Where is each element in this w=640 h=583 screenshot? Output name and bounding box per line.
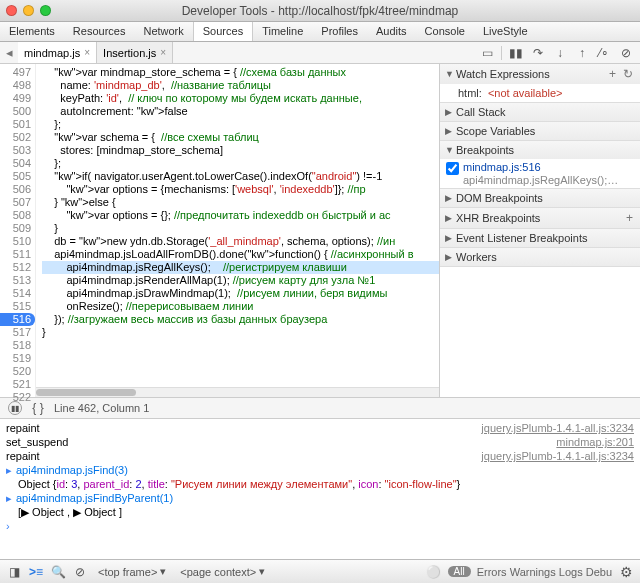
console[interactable]: repaintjquery.jsPlumb-1.4.1-all.js:3234s… (0, 419, 640, 559)
console-toggle-icon[interactable]: >≡ (28, 564, 44, 580)
dom-breakpoints-header[interactable]: ▶DOM Breakpoints (440, 189, 640, 207)
disclosure-triangle-icon: ▼ (445, 69, 453, 79)
close-icon[interactable]: × (84, 47, 90, 58)
filter-warnings[interactable]: Warnings (510, 566, 559, 578)
search-icon[interactable]: 🔍 (50, 564, 66, 580)
line-gutter[interactable]: 4974984995005015025035045055065075085095… (0, 64, 36, 397)
event-listener-bp-header[interactable]: ▶Event Listener Breakpoints (440, 229, 640, 247)
minimize-icon[interactable] (23, 5, 34, 16)
call-stack-header[interactable]: ▶Call Stack (440, 103, 640, 121)
panel-tab-timeline[interactable]: Timeline (253, 22, 312, 41)
source-link[interactable]: jquery.jsPlumb-1.4.1-all.js:3234 (481, 449, 634, 463)
filter-all[interactable]: All (448, 566, 471, 577)
main-area: 4974984995005015025035045055065075085095… (0, 64, 640, 397)
maximize-icon[interactable] (40, 5, 51, 16)
filter-icon[interactable]: ⚪ (426, 564, 442, 580)
chevron-down-icon: ▾ (259, 565, 265, 578)
code-editor[interactable]: 4974984995005015025035045055065075085095… (0, 64, 440, 397)
watch-item[interactable]: html: <not available> (440, 84, 640, 102)
pause-exceptions-icon[interactable]: ⊘ (618, 45, 634, 61)
dock-icon[interactable]: ◨ (6, 564, 22, 580)
filter-errors[interactable]: Errors (477, 566, 510, 578)
window-title: Developer Tools - http://localhost/fpk/4… (0, 4, 640, 18)
file-tab-row: ◂ mindmap.js×Insertion.js× ▭ ▮▮ ↷ ↓ ↑ ⁄∘… (0, 42, 640, 64)
add-icon[interactable]: + (607, 67, 618, 81)
bottom-toolbar: ◨ >≡ 🔍 ⊘ <top frame> ▾ <page context> ▾ … (0, 559, 640, 583)
context-selector[interactable]: <page context> ▾ (176, 564, 269, 579)
pause-icon[interactable]: ▮▮ (508, 45, 524, 61)
step-into-icon[interactable]: ↓ (552, 45, 568, 61)
watch-expressions-header[interactable]: ▼ Watch Expressions + ↻ (440, 64, 640, 84)
titlebar: Developer Tools - http://localhost/fpk/4… (0, 0, 640, 22)
source-link[interactable]: mindmap.js:201 (556, 435, 634, 449)
clear-icon[interactable]: ⊘ (72, 564, 88, 580)
horizontal-scrollbar[interactable] (36, 387, 439, 397)
xhr-breakpoints-header[interactable]: ▶XHR Breakpoints+ (440, 208, 640, 228)
panel-tab-audits[interactable]: Audits (367, 22, 416, 41)
add-icon[interactable]: + (624, 211, 635, 225)
debugger-sidebar: ▼ Watch Expressions + ↻ html: <not avail… (440, 64, 640, 397)
panel-tab-network[interactable]: Network (134, 22, 192, 41)
step-out-icon[interactable]: ↑ (574, 45, 590, 61)
filter-debu[interactable]: Debu (586, 566, 612, 578)
cursor-position: Line 462, Column 1 (54, 402, 149, 414)
panel-tab-resources[interactable]: Resources (64, 22, 135, 41)
close-icon[interactable]: × (160, 47, 166, 58)
breakpoints-header[interactable]: ▼Breakpoints (440, 141, 640, 159)
filter-logs[interactable]: Logs (559, 566, 586, 578)
gear-icon[interactable]: ⚙ (618, 564, 634, 580)
breakpoint-item[interactable]: mindmap.js:516 api4mindmap.jsRegAllKeys(… (440, 159, 640, 188)
code-content[interactable]: "kw">var mindmap_store_schema = { //схем… (36, 64, 439, 397)
frame-selector[interactable]: <top frame> ▾ (94, 564, 170, 579)
status-strip: ▮▮ { } Line 462, Column 1 (0, 397, 640, 419)
braces-icon[interactable]: { } (30, 400, 46, 416)
file-tab[interactable]: Insertion.js× (97, 42, 173, 63)
panel-tab-livestyle[interactable]: LiveStyle (474, 22, 537, 41)
file-tab[interactable]: mindmap.js× (18, 42, 97, 63)
panel-tab-profiles[interactable]: Profiles (312, 22, 367, 41)
panel-tabs: ElementsResourcesNetworkSourcesTimelineP… (0, 22, 640, 42)
workers-header[interactable]: ▶Workers (440, 248, 640, 266)
chevron-down-icon: ▾ (160, 565, 166, 578)
file-tabs: mindmap.js×Insertion.js× (18, 42, 473, 63)
source-link[interactable]: jquery.jsPlumb-1.4.1-all.js:3234 (481, 421, 634, 435)
panel-tab-elements[interactable]: Elements (0, 22, 64, 41)
close-icon[interactable] (6, 5, 17, 16)
panel-tab-console[interactable]: Console (416, 22, 474, 41)
breakpoint-checkbox[interactable] (446, 162, 459, 175)
deactivate-bp-icon[interactable]: ⁄∘ (596, 45, 612, 61)
nav-back-icon[interactable]: ◂ (0, 45, 18, 60)
format-icon[interactable]: ▭ (479, 45, 495, 61)
window-controls (6, 5, 51, 16)
refresh-icon[interactable]: ↻ (621, 67, 635, 81)
scope-variables-header[interactable]: ▶Scope Variables (440, 122, 640, 140)
panel-tab-sources[interactable]: Sources (193, 22, 253, 41)
step-over-icon[interactable]: ↷ (530, 45, 546, 61)
